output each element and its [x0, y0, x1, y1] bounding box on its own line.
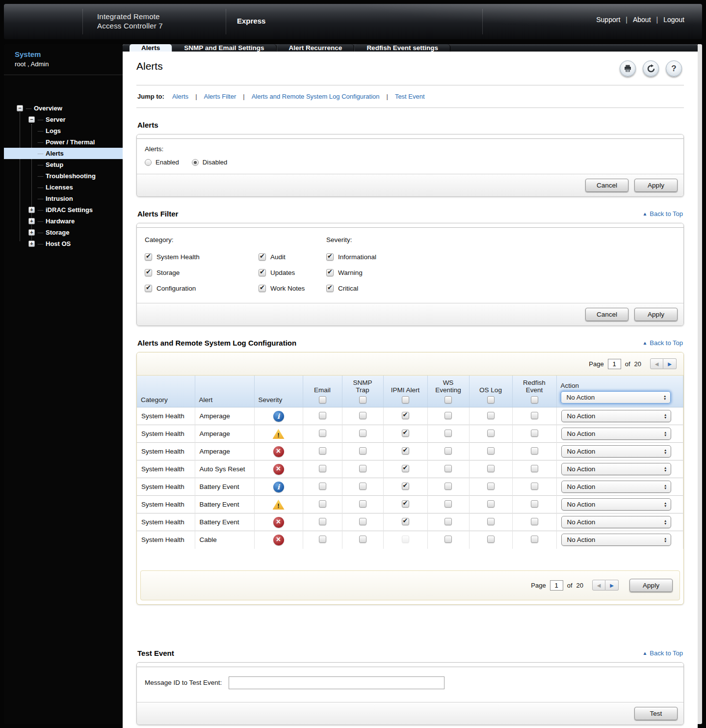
snmp-trap-checkbox[interactable] — [359, 447, 366, 455]
action-select[interactable]: No Action — [561, 498, 671, 511]
prev-page-button[interactable]: ◀ — [650, 358, 663, 369]
ipmi-alert-checkbox[interactable] — [402, 536, 409, 543]
ws-eventing-checkbox[interactable] — [445, 465, 452, 472]
table-apply-button[interactable]: Apply — [629, 579, 673, 592]
snmp-trap-checkbox[interactable] — [359, 412, 366, 419]
email-column-checkbox[interactable] — [319, 396, 326, 404]
checkbox-icon[interactable] — [259, 285, 266, 292]
jump-link[interactable]: Test Event — [380, 93, 425, 100]
redfish-event-checkbox[interactable] — [531, 536, 538, 543]
ws-eventing-checkbox[interactable] — [445, 430, 452, 437]
ipmi-alert-checkbox[interactable] — [402, 518, 409, 525]
redfish-column-checkbox[interactable] — [531, 396, 538, 404]
redfish-event-checkbox[interactable] — [531, 518, 538, 525]
ipmi-column-checkbox[interactable] — [402, 396, 409, 404]
ws-eventing-checkbox[interactable] — [445, 500, 452, 508]
ws-column-checkbox[interactable] — [445, 396, 452, 404]
checkbox-icon[interactable] — [259, 269, 266, 276]
ws-eventing-checkbox[interactable] — [445, 447, 452, 455]
ipmi-alert-checkbox[interactable] — [402, 412, 409, 419]
email-checkbox[interactable] — [319, 430, 326, 437]
ipmi-alert-checkbox[interactable] — [402, 465, 409, 472]
os-column-checkbox[interactable] — [487, 396, 495, 404]
email-checkbox[interactable] — [319, 412, 326, 419]
tree-toggle-icon[interactable] — [28, 229, 35, 236]
page-number-input[interactable] — [550, 580, 563, 591]
ipmi-alert-checkbox[interactable] — [402, 483, 409, 490]
snmp-trap-checkbox[interactable] — [359, 483, 366, 490]
page-number-input[interactable] — [608, 359, 621, 369]
back-to-top-link[interactable]: ▲Back to Top — [642, 649, 683, 657]
message-id-input[interactable] — [229, 676, 445, 689]
tab[interactable]: SNMP and Email Settings — [172, 44, 276, 52]
redfish-event-checkbox[interactable] — [531, 430, 538, 437]
filter-checkbox-row[interactable]: Work Notes — [259, 285, 326, 292]
sidebar-tree-item[interactable]: Licenses — [4, 182, 123, 193]
action-all-select[interactable]: No Action — [561, 391, 671, 404]
radio-option[interactable]: Enabled — [145, 159, 179, 166]
tab[interactable]: Alerts — [130, 44, 172, 52]
email-checkbox[interactable] — [319, 483, 326, 490]
radio-icon[interactable] — [145, 159, 152, 166]
action-select[interactable]: No Action — [561, 463, 671, 475]
cancel-button[interactable]: Cancel — [585, 179, 628, 192]
email-checkbox[interactable] — [319, 465, 326, 472]
next-page-button[interactable]: ▶ — [605, 580, 619, 591]
checkbox-icon[interactable] — [145, 285, 152, 292]
filter-checkbox-row[interactable]: Critical — [326, 285, 676, 292]
sidebar-tree-item[interactable]: Overview — [4, 103, 123, 114]
apply-button[interactable]: Apply — [634, 308, 678, 321]
tree-toggle-icon[interactable] — [28, 207, 35, 213]
snmp-trap-checkbox[interactable] — [359, 500, 366, 508]
header-link[interactable]: About — [620, 16, 651, 24]
tab[interactable]: Redfish Event settings — [354, 44, 450, 52]
sidebar-tree-item[interactable]: Troubleshooting — [4, 170, 123, 182]
checkbox-icon[interactable] — [326, 285, 334, 292]
sidebar-tree-item[interactable]: Setup — [4, 159, 123, 170]
jump-link[interactable]: Alerts and Remote System Log Configurati… — [236, 93, 379, 100]
ws-eventing-checkbox[interactable] — [445, 536, 452, 543]
email-checkbox[interactable] — [319, 500, 326, 508]
sidebar-tree-item[interactable]: iDRAC Settings — [4, 204, 123, 216]
print-icon[interactable] — [620, 60, 636, 77]
action-select[interactable]: No Action — [561, 428, 671, 440]
os-log-checkbox[interactable] — [487, 430, 495, 437]
filter-checkbox-row[interactable]: Warning — [326, 269, 676, 276]
sidebar-tree-item[interactable]: Alerts — [4, 148, 123, 159]
back-to-top-link[interactable]: ▲Back to Top — [642, 210, 683, 217]
ws-eventing-checkbox[interactable] — [445, 412, 452, 419]
action-select[interactable]: No Action — [561, 445, 671, 458]
checkbox-icon[interactable] — [259, 253, 266, 261]
snmp-trap-checkbox[interactable] — [359, 518, 366, 525]
scrollbar-track[interactable] — [698, 44, 702, 724]
filter-checkbox-row[interactable]: Audit — [259, 253, 326, 261]
ipmi-alert-checkbox[interactable] — [402, 447, 409, 455]
action-select[interactable]: No Action — [561, 481, 671, 493]
filter-checkbox-row[interactable]: Informational — [326, 253, 676, 261]
redfish-event-checkbox[interactable] — [531, 465, 538, 472]
tree-toggle-icon[interactable] — [28, 241, 35, 247]
snmp-trap-checkbox[interactable] — [359, 430, 366, 437]
checkbox-icon[interactable] — [145, 269, 152, 276]
jump-link[interactable]: Alerts Filter — [188, 93, 236, 100]
cancel-button[interactable]: Cancel — [585, 308, 628, 321]
os-log-checkbox[interactable] — [487, 465, 495, 472]
redfish-event-checkbox[interactable] — [531, 500, 538, 508]
snmp-trap-checkbox[interactable] — [359, 465, 366, 472]
prev-page-button[interactable]: ◀ — [592, 580, 605, 591]
email-checkbox[interactable] — [319, 518, 326, 525]
snmp-column-checkbox[interactable] — [359, 396, 366, 404]
sidebar-tree-item[interactable]: Server — [4, 114, 123, 125]
ipmi-alert-checkbox[interactable] — [402, 500, 409, 508]
checkbox-icon[interactable] — [326, 253, 334, 261]
filter-checkbox-row[interactable]: Updates — [259, 269, 326, 276]
sidebar-tree-item[interactable]: Intrusion — [4, 193, 123, 204]
ipmi-alert-checkbox[interactable] — [402, 430, 409, 437]
ws-eventing-checkbox[interactable] — [445, 483, 452, 490]
test-button[interactable]: Test — [634, 707, 678, 720]
action-select[interactable]: No Action — [561, 410, 671, 422]
filter-checkbox-row[interactable]: System Health — [145, 253, 259, 261]
tree-toggle-icon[interactable] — [28, 218, 35, 224]
radio-icon[interactable] — [192, 159, 199, 166]
jump-link[interactable]: Alerts — [172, 93, 188, 100]
